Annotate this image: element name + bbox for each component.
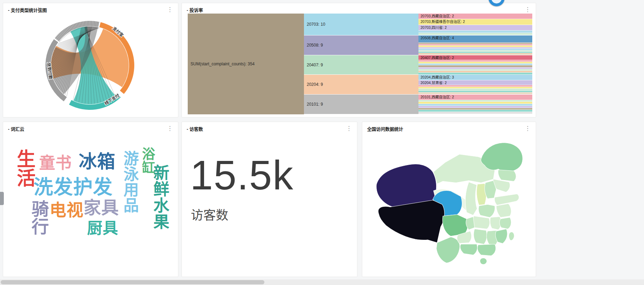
card-china-map: 全国访问数据统计 ⋮ <box>362 122 536 277</box>
big-number-label: 访客数 <box>191 205 357 223</box>
province-fujian[interactable] <box>495 229 507 244</box>
kebab-menu-icon[interactable]: ⋮ <box>165 7 175 13</box>
wordcloud-word[interactable]: 电视 <box>50 202 84 219</box>
treemap-leaf-cell[interactable] <box>418 92 532 94</box>
chord-chart[interactable]: 支付宝线下支付货到付款 <box>3 11 179 116</box>
treemap-child-stack: 20407,西藏自治区: 2 <box>418 55 532 75</box>
wordcloud-word[interactable]: 家具 <box>84 199 119 217</box>
card-header: - 访客数 ⋮ <box>182 122 357 133</box>
province-jiangsu[interactable] <box>496 204 511 217</box>
scrollbar-thumb[interactable] <box>1 280 264 284</box>
card-title-complaint-rate: - 投诉率 <box>187 7 203 13</box>
wordcloud-chart: 生活童书冰箱游泳用品浴缸新鲜水果洗发护发骑行电视家具厨具 <box>3 132 178 277</box>
province-henan[interactable] <box>478 204 495 217</box>
wordcloud-word[interactable]: 骑行 <box>29 200 47 235</box>
treemap-children-column: 20703,西藏自治区: 220703,新疆维吾尔自治区: 220703,四川省… <box>418 14 532 114</box>
province-jilin[interactable] <box>498 170 516 181</box>
card-title-visitor-count: - 访客数 <box>187 125 203 132</box>
treemap-leaf-cell[interactable] <box>418 112 532 114</box>
treemap-leaf-cell[interactable] <box>418 73 532 74</box>
wordcloud-word[interactable]: 厨具 <box>87 221 118 236</box>
treemap-leaf-cell[interactable]: 20703,新疆维吾尔自治区: 2 <box>418 19 532 25</box>
horizontal-scrollbar[interactable] <box>0 279 644 285</box>
treemap-leaf-cell[interactable] <box>418 53 532 55</box>
card-header: - 词汇云 ⋮ <box>3 122 178 133</box>
province-guangxi[interactable] <box>460 244 477 255</box>
wordcloud-word[interactable]: 洗发护发 <box>34 177 113 197</box>
province-guangdong[interactable] <box>477 244 496 255</box>
card-title-payment-chord: - 支付类型统计弦图 <box>8 7 47 13</box>
treemap-leaf-cell[interactable]: 20204,西藏自治区: 3 <box>418 75 532 80</box>
card-visitor-count: - 访客数 ⋮ 15.5k 访客数 <box>181 122 357 277</box>
china-map-chart <box>366 133 532 273</box>
card-title-china-map: 全国访问数据统计 <box>367 125 403 132</box>
kebab-menu-icon[interactable]: ⋮ <box>344 125 354 131</box>
card-payment-chord: - 支付类型统计弦图 ⋮ 支付宝线下支付货到付款 <box>3 3 178 117</box>
card-complaint-rate: - 投诉率 ⋮ SUM(start_complaint_counts): 354… <box>181 3 536 117</box>
treemap-leaf-cell[interactable]: 20407,西藏自治区: 2 <box>418 55 532 60</box>
treemap-child-stack: 20703,西藏自治区: 220703,新疆维吾尔自治区: 220703,四川省… <box>418 14 532 35</box>
treemap-leaf-cell[interactable]: 20508,西藏自治区: 4 <box>418 35 532 43</box>
treemap-group-cell[interactable]: 20703: 10 <box>304 14 418 35</box>
treemap-leaf-label: 20407,西藏自治区: 2 <box>418 55 532 60</box>
province-hubei[interactable] <box>473 216 490 229</box>
province-hainan[interactable] <box>480 258 487 264</box>
treemap-leaf-label: 20204,甘肃省: 2 <box>418 80 532 85</box>
treemap-leaf-cell[interactable]: 20703,四川省: 2 <box>418 25 532 31</box>
card-header: 全国访问数据统计 ⋮ <box>362 122 536 133</box>
kebab-menu-icon[interactable]: ⋮ <box>523 7 532 13</box>
treemap-group-cell[interactable]: 20508: 9 <box>304 35 418 55</box>
big-number-value: 15.5k <box>190 152 357 199</box>
collapse-handle[interactable] <box>0 192 4 205</box>
wordcloud-word[interactable]: 童书 <box>39 155 72 171</box>
treemap-root-label: SUM(start_complaint_counts): 354 <box>188 62 255 66</box>
wordcloud-word[interactable]: 游泳用品 <box>122 150 137 213</box>
treemap-root-cell[interactable]: SUM(start_complaint_counts): 354 <box>188 14 304 114</box>
wordcloud-word[interactable]: 冰箱 <box>79 153 116 171</box>
treemap-leaf-label: 20508,西藏自治区: 4 <box>418 35 532 40</box>
treemap-leaf-label: 20703,四川省: 2 <box>418 25 532 30</box>
treemap-group-cell[interactable]: 20204: 9 <box>304 75 418 95</box>
province-hunan[interactable] <box>474 229 487 244</box>
province-yunnan[interactable] <box>437 237 460 263</box>
treemap-leaf-label: 20703,新疆维吾尔自治区: 2 <box>418 19 532 24</box>
province-shandong[interactable] <box>494 194 519 205</box>
treemap-leaf-cell[interactable]: 20204,甘肃省: 2 <box>418 80 532 85</box>
treemap-group-cell[interactable]: 20407: 9 <box>304 55 418 75</box>
treemap-child-stack: 20508,西藏自治区: 4 <box>418 35 532 55</box>
province-shaanxi[interactable] <box>465 182 477 215</box>
treemap-leaf-label: 20204,西藏自治区: 3 <box>418 75 532 80</box>
province-taiwan[interactable] <box>509 232 514 241</box>
treemap-chart: SUM(start_complaint_counts): 354 20703: … <box>188 14 532 114</box>
treemap-child-stack: 20204,西藏自治区: 320204,甘肃省: 2 <box>418 75 532 95</box>
wordcloud-word[interactable]: 新鲜水果 <box>152 164 168 230</box>
treemap-leaf-cell[interactable] <box>418 33 532 35</box>
treemap-group-cell[interactable]: 20101: 9 <box>304 95 418 114</box>
card-header: - 支付类型统计弦图 ⋮ <box>3 3 178 15</box>
treemap-group-column: 20703: 1020508: 920407: 920204: 920101: … <box>304 14 418 114</box>
treemap-leaf-label: 20101,西藏自治区: 2 <box>418 95 532 99</box>
wordcloud-word[interactable]: 生活 <box>15 149 34 187</box>
card-word-cloud: - 词汇云 ⋮ 生活童书冰箱游泳用品浴缸新鲜水果洗发护发骑行电视家具厨具 <box>3 122 178 277</box>
treemap-child-stack: 20101,西藏自治区: 2 <box>418 95 532 114</box>
kebab-menu-icon[interactable]: ⋮ <box>165 125 175 131</box>
card-header: - 投诉率 ⋮ <box>182 3 536 15</box>
card-title-word-cloud: - 词汇云 <box>8 125 24 132</box>
province-tibet[interactable] <box>378 200 444 243</box>
treemap-leaf-cell[interactable]: 20101,西藏自治区: 2 <box>418 95 532 100</box>
province-zhejiang[interactable] <box>500 218 511 229</box>
kebab-menu-icon[interactable]: ⋮ <box>523 125 532 131</box>
province-heilongjiang[interactable] <box>481 142 523 172</box>
